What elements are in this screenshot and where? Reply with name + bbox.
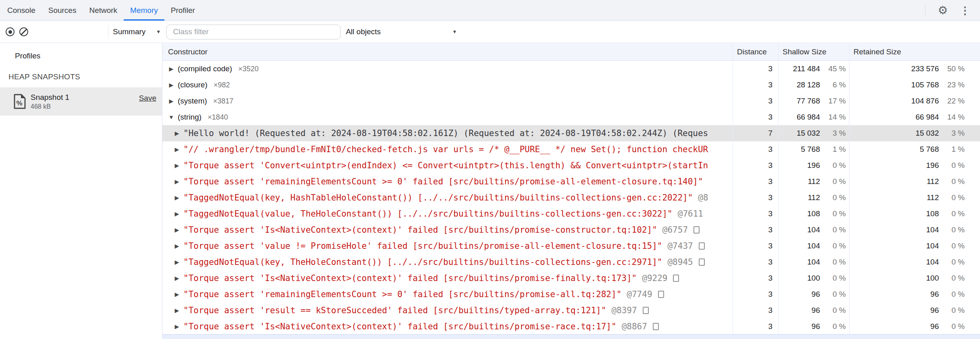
constructor-cell[interactable]: ▶ "Torque assert 'value != PromiseHole' … bbox=[162, 238, 733, 254]
retained-size-cell: 96 0 % bbox=[849, 302, 980, 318]
snapshot-meta: Snapshot 1 468 kB bbox=[31, 93, 69, 110]
shallow-size-cell: 5 768 1 % bbox=[778, 141, 849, 157]
snapshot-size: 468 kB bbox=[31, 103, 69, 110]
disclosure-triangle-icon[interactable]: ▶ bbox=[173, 130, 181, 136]
table-row[interactable]: ▶ "Torque assert 'Is<NativeContext>(cont… bbox=[162, 318, 980, 334]
shallow-size-cell: 104 0 % bbox=[778, 238, 849, 254]
disclosure-triangle-icon[interactable]: ▶ bbox=[173, 162, 181, 169]
constructor-cell[interactable]: ▶ "Torque assert 'Convert<uintptr>(endIn… bbox=[162, 157, 733, 174]
clear-profiles-icon[interactable] bbox=[19, 27, 28, 36]
shallow-size-value: 108 bbox=[779, 209, 820, 218]
column-header-retained-size[interactable]: Retained Size bbox=[849, 43, 980, 60]
object-id: @6757 bbox=[662, 225, 688, 235]
table-row[interactable]: ▶ (closure) ×982 3 28 128 6 % 105 768 23… bbox=[162, 77, 980, 93]
chevron-down-icon: ▼ bbox=[156, 29, 161, 35]
column-header-distance[interactable]: Distance bbox=[733, 43, 778, 60]
shallow-size-percent: 0 % bbox=[820, 258, 846, 267]
constructor-cell[interactable]: ▶ (compiled code) ×3520 bbox=[162, 61, 733, 77]
column-header-constructor[interactable]: Constructor bbox=[162, 43, 733, 60]
disclosure-triangle-icon[interactable]: ▶ bbox=[173, 275, 181, 281]
disclosure-triangle-icon[interactable]: ▼ bbox=[167, 114, 175, 120]
settings-gear-icon[interactable]: ⚙ bbox=[938, 5, 948, 16]
tab-memory[interactable]: Memory bbox=[124, 0, 164, 21]
table-row[interactable]: ▶ "Torque assert 'result == kStoreSucced… bbox=[162, 302, 980, 318]
table-row[interactable]: ▶ "TaggedNotEqual(key, TheHoleConstant()… bbox=[162, 254, 980, 270]
constructor-cell[interactable]: ▼ (string) ×1840 bbox=[162, 109, 733, 125]
constructor-cell[interactable]: ▶ "Torque assert 'Is<NativeContext>(cont… bbox=[162, 270, 733, 286]
distance-cell: 3 bbox=[733, 286, 778, 302]
column-header-shallow-size[interactable]: Shallow Size bbox=[778, 43, 849, 60]
constructor-label: "Torque assert 'Is<NativeContext>(contex… bbox=[183, 225, 657, 235]
constructor-cell[interactable]: ▶ "TaggedNotEqual(key, TheHoleConstant()… bbox=[162, 254, 733, 270]
disclosure-triangle-icon[interactable]: ▶ bbox=[167, 98, 175, 104]
constructor-cell[interactable]: ▶ (system) ×3817 bbox=[162, 93, 733, 109]
retained-size-percent: 14 % bbox=[939, 113, 965, 122]
table-row[interactable]: ▶ "TaggedNotEqual(key, HashTableHoleCons… bbox=[162, 190, 980, 206]
ghost-box-icon bbox=[699, 242, 705, 250]
retained-size-cell: 108 0 % bbox=[849, 206, 980, 222]
tab-console[interactable]: Console bbox=[1, 0, 42, 21]
retained-size-percent: 50 % bbox=[939, 64, 965, 73]
table-row[interactable]: ▶ "Torque assert 'Convert<uintptr>(endIn… bbox=[162, 157, 980, 174]
retained-size-value: 112 bbox=[849, 193, 939, 202]
save-snapshot-link[interactable]: Save bbox=[139, 94, 156, 103]
class-filter-input[interactable] bbox=[166, 25, 341, 39]
tab-sources[interactable]: Sources bbox=[42, 0, 83, 21]
table-row[interactable]: ▶ (system) ×3817 3 77 768 17 % 104 876 2… bbox=[162, 93, 980, 109]
table-row[interactable]: ▶ "Hello world! (Requested at: 2024-08-1… bbox=[162, 125, 980, 141]
disclosure-triangle-icon[interactable]: ▶ bbox=[167, 82, 175, 88]
disclosure-triangle-icon[interactable]: ▶ bbox=[173, 178, 181, 185]
table-row[interactable]: ▶ "TaggedNotEqual(value, TheHoleConstant… bbox=[162, 206, 980, 222]
devtools-memory-panel: Console Sources Network Memory Profiler … bbox=[0, 0, 980, 339]
tab-profiler[interactable]: Profiler bbox=[164, 0, 201, 21]
table-row[interactable]: ▶ "Torque assert 'remainingElementsCount… bbox=[162, 286, 980, 302]
ghost-box-icon bbox=[653, 323, 659, 330]
disclosure-triangle-icon[interactable]: ▶ bbox=[167, 66, 175, 72]
constructor-cell[interactable]: ▶ "Torque assert 'Is<NativeContext>(cont… bbox=[162, 222, 733, 238]
tab-network[interactable]: Network bbox=[83, 0, 124, 21]
disclosure-triangle-icon[interactable]: ▶ bbox=[173, 146, 181, 153]
disclosure-triangle-icon[interactable]: ▶ bbox=[173, 291, 181, 298]
table-row[interactable]: ▶ (compiled code) ×3520 3 211 484 45 % 2… bbox=[162, 61, 980, 77]
table-row[interactable]: ▶ "Torque assert 'value != PromiseHole' … bbox=[162, 238, 980, 254]
instance-count: ×3817 bbox=[213, 97, 234, 105]
grid-rows: ▶ (compiled code) ×3520 3 211 484 45 % 2… bbox=[162, 61, 980, 334]
disclosure-triangle-icon[interactable]: ▶ bbox=[173, 211, 181, 217]
table-row[interactable]: ▶ "Torque assert 'remainingElementsCount… bbox=[162, 174, 980, 190]
panel-body: Profiles HEAP SNAPSHOTS % Snapshot 1 468… bbox=[0, 43, 980, 339]
table-row[interactable]: ▶ "Torque assert 'Is<NativeContext>(cont… bbox=[162, 222, 980, 238]
constructor-cell[interactable]: ▶ "Torque assert 'Is<NativeContext>(cont… bbox=[162, 318, 733, 334]
perspective-select[interactable]: Summary ▼ bbox=[113, 27, 161, 36]
disclosure-triangle-icon[interactable]: ▶ bbox=[173, 323, 181, 330]
object-scope-select[interactable]: All objects ▼ bbox=[346, 27, 463, 36]
constructor-cell[interactable]: ▶ "Hello world! (Requested at: 2024-08-1… bbox=[162, 125, 733, 141]
constructor-cell[interactable]: ▶ "Torque assert 'remainingElementsCount… bbox=[162, 286, 733, 302]
retained-size-percent: 0 % bbox=[939, 290, 965, 299]
shallow-size-value: 28 128 bbox=[779, 81, 820, 89]
constructor-cell[interactable]: ▶ "Torque assert 'result == kStoreSucced… bbox=[162, 302, 733, 318]
disclosure-triangle-icon[interactable]: ▶ bbox=[173, 227, 181, 233]
table-row[interactable]: ▶ "Torque assert 'Is<NativeContext>(cont… bbox=[162, 270, 980, 286]
disclosure-triangle-icon[interactable]: ▶ bbox=[173, 194, 181, 201]
constructor-cell[interactable]: ▶ "// .wrangler/tmp/bundle-FmNIt0/checke… bbox=[162, 141, 733, 157]
table-row[interactable]: ▼ (string) ×1840 3 66 984 14 % 66 984 14… bbox=[162, 109, 980, 125]
constructor-cell[interactable]: ▶ "Torque assert 'remainingElementsCount… bbox=[162, 174, 733, 190]
disclosure-triangle-icon[interactable]: ▶ bbox=[173, 243, 181, 249]
panel-tabs: Console Sources Network Memory Profiler bbox=[0, 0, 201, 21]
disclosure-triangle-icon[interactable]: ▶ bbox=[173, 307, 181, 314]
constructor-cell[interactable]: ▶ (closure) ×982 bbox=[162, 77, 733, 93]
constructor-label: "// .wrangler/tmp/bundle-FmNIt0/checked-… bbox=[183, 145, 708, 154]
perspective-select-value: Summary bbox=[113, 27, 145, 36]
object-id: @9229 bbox=[642, 273, 667, 283]
more-options-kebab-icon[interactable]: ⋮ bbox=[960, 5, 970, 16]
retained-size-value: 233 576 bbox=[849, 64, 939, 73]
disclosure-triangle-icon[interactable]: ▶ bbox=[173, 259, 181, 265]
record-heap-snapshot-icon[interactable] bbox=[6, 27, 15, 36]
constructor-cell[interactable]: ▶ "TaggedNotEqual(value, TheHoleConstant… bbox=[162, 206, 733, 222]
sidebar-item-snapshot-1[interactable]: % Snapshot 1 468 kB Save bbox=[0, 87, 162, 116]
table-row[interactable]: ▶ "// .wrangler/tmp/bundle-FmNIt0/checke… bbox=[162, 141, 980, 157]
shallow-size-cell: 96 0 % bbox=[778, 286, 849, 302]
grid-horizontal-scrollbar[interactable] bbox=[162, 334, 980, 339]
constructor-cell[interactable]: ▶ "TaggedNotEqual(key, HashTableHoleCons… bbox=[162, 190, 733, 206]
retained-size-percent: 0 % bbox=[939, 274, 965, 283]
